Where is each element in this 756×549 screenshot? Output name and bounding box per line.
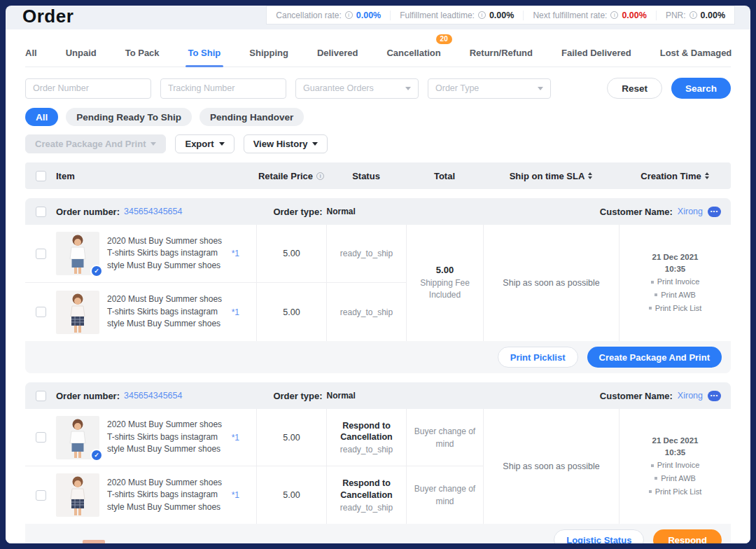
order-checkbox[interactable]: [36, 207, 46, 217]
product-image[interactable]: [56, 473, 99, 517]
ship-on-time-sla-cell: Ship as soon as possible: [483, 409, 619, 524]
stat-value: 0.00%: [356, 11, 381, 20]
sort-icon[interactable]: [705, 172, 709, 179]
column-ship-on-time-sla[interactable]: Ship on time SLA: [483, 171, 619, 181]
product-title[interactable]: 2020 Must Buy Summer shoes T-shirts Skir…: [107, 293, 224, 330]
item-checkbox[interactable]: [36, 307, 46, 317]
info-icon[interactable]: i: [690, 11, 697, 19]
main-card: All Unpaid To Pack To Ship Shipping Deli…: [6, 29, 750, 543]
order-checkbox[interactable]: [36, 391, 46, 401]
info-icon[interactable]: i: [478, 11, 486, 19]
order-type-label: Order type:: [273, 391, 322, 401]
bullet-icon: [649, 307, 652, 310]
info-icon[interactable]: i: [316, 172, 324, 180]
ship-on-time-sla-cell: Ship as soon as possible: [483, 225, 619, 341]
customer-name-link[interactable]: Xirong: [678, 391, 703, 401]
tab-to-pack[interactable]: To Pack: [125, 43, 160, 67]
print-awb-link[interactable]: Print AWB: [654, 289, 696, 302]
order-item-row: 2020 Must Buy Summer shoes T-shirts Skir…: [25, 466, 483, 524]
reset-button[interactable]: Reset: [607, 78, 662, 99]
order-type-value: Normal: [327, 207, 356, 216]
select-all-checkbox[interactable]: [36, 171, 46, 181]
order-total: 5.00: [436, 265, 454, 275]
tab-shipping[interactable]: Shipping: [249, 43, 288, 67]
print-pick-list-link[interactable]: Print Pick List: [649, 302, 702, 315]
print-picklist-button[interactable]: Print Picklist: [498, 347, 578, 368]
create-package-and-print-button[interactable]: Create Package And Print: [587, 347, 722, 368]
export-dropdown[interactable]: Export: [175, 134, 234, 153]
creation-date: 21 Dec 2021: [652, 251, 699, 263]
stat-value: 0.00%: [489, 11, 514, 20]
status-respond-to-cancellation: Respond to Cancellation: [331, 420, 402, 443]
stat-pnr: PNR: i 0.00%: [656, 11, 734, 20]
quick-filter-all[interactable]: All: [25, 108, 58, 126]
stat-label: Cancellation rate:: [276, 11, 341, 20]
item-price: 5.00: [256, 466, 326, 524]
item-checkbox[interactable]: [36, 490, 46, 501]
order-total-cell: 5.00 Shipping Fee Included: [406, 225, 483, 341]
creation-time-cell: 21 Dec 2021 10:35 Print Invoice Print AW…: [619, 409, 731, 524]
customer-name-label: Customer Name:: [600, 207, 673, 217]
product-image[interactable]: [56, 291, 99, 334]
guarantee-orders-select[interactable]: Guarantee Orders: [295, 78, 419, 99]
order-number-label: Order number:: [56, 391, 120, 401]
search-button[interactable]: Search: [671, 78, 731, 99]
print-invoice-link[interactable]: Print Invoice: [651, 459, 700, 472]
order-card-1: Order number: 345654345654 Order type: N…: [25, 198, 731, 373]
tab-failed-delivered[interactable]: Failed Delivered: [561, 43, 631, 67]
order-number-link[interactable]: 345654345654: [124, 391, 182, 401]
sort-icon[interactable]: [588, 172, 592, 179]
print-invoice-link[interactable]: Print Invoice: [651, 275, 700, 289]
print-awb-link[interactable]: Print AWB: [654, 472, 696, 485]
tab-cancellation[interactable]: Cancellation20: [386, 43, 440, 67]
tab-cancellation-label: Cancellation: [386, 48, 440, 58]
tab-return-refund[interactable]: Return/Refund: [470, 43, 533, 67]
item-checkbox[interactable]: [36, 249, 46, 259]
respond-button[interactable]: Respond: [653, 529, 722, 543]
tracking-number-input[interactable]: [160, 78, 286, 99]
info-icon[interactable]: i: [610, 11, 618, 19]
order-body: 2020 Must Buy Summer shoes T-shirts Skir…: [25, 409, 731, 524]
chevron-down-icon: [150, 142, 156, 146]
tab-to-ship[interactable]: To Ship: [188, 43, 221, 67]
customer-name-link[interactable]: Xirong: [678, 207, 703, 216]
stat-label: Fulfillment leadtime:: [400, 11, 475, 20]
order-header: Order number: 345654345654 Order type: N…: [25, 382, 731, 409]
chevron-down-icon: [219, 142, 225, 146]
order-item-row: 2020 Must Buy Summer shoes T-shirts Skir…: [25, 283, 406, 341]
tab-unpaid[interactable]: Unpaid: [66, 43, 97, 67]
page-frame: Order Cancellation rate: i 0.00% Fulfill…: [6, 6, 750, 543]
item-price: 5.00: [256, 283, 326, 341]
order-type-label: Order type:: [273, 207, 322, 217]
chat-icon[interactable]: [708, 207, 721, 217]
bullet-icon: [651, 464, 654, 467]
product-image[interactable]: [56, 232, 99, 275]
view-history-dropdown[interactable]: View History: [244, 134, 328, 153]
tab-delivered[interactable]: Delivered: [317, 43, 358, 67]
tab-lost-damaged[interactable]: Lost & Damaged: [660, 43, 732, 67]
print-pick-list-link[interactable]: Print Pick List: [649, 485, 702, 499]
product-image[interactable]: [56, 416, 99, 459]
info-icon[interactable]: i: [345, 11, 353, 19]
chat-icon[interactable]: [708, 391, 721, 401]
order-type-select[interactable]: Order Type: [428, 78, 551, 99]
column-creation-time[interactable]: Creation Time: [619, 171, 731, 181]
quick-filter-pending-handover[interactable]: Pending Handover: [200, 108, 304, 126]
tab-all[interactable]: All: [25, 43, 37, 67]
item-quantity: *1: [232, 249, 249, 258]
order-number-link[interactable]: 345654345654: [124, 207, 182, 216]
chevron-down-icon: [538, 87, 543, 90]
product-title[interactable]: 2020 Must Buy Summer shoes T-shirts Skir…: [107, 419, 224, 455]
quick-filter-pending-ready-to-ship[interactable]: Pending Ready To Ship: [66, 108, 192, 126]
creation-date: 21 Dec 2021: [652, 435, 699, 447]
creation-time: 10:35: [665, 447, 685, 459]
item-checkbox[interactable]: [36, 432, 46, 443]
order-number-input[interactable]: [25, 78, 151, 99]
product-title[interactable]: 2020 Must Buy Summer shoes T-shirts Skir…: [107, 477, 224, 513]
quick-filter-row: All Pending Ready To Ship Pending Handov…: [25, 108, 731, 126]
guarantee-orders-placeholder: Guarantee Orders: [303, 83, 374, 93]
cancellation-reason: Buyer change of mind: [406, 409, 483, 466]
logistic-status-button[interactable]: Logistic Status: [554, 529, 644, 543]
product-title[interactable]: 2020 Must Buy Summer shoes T-shirts Skir…: [107, 235, 224, 272]
order-item-row: 2020 Must Buy Summer shoes T-shirts Skir…: [25, 409, 483, 466]
